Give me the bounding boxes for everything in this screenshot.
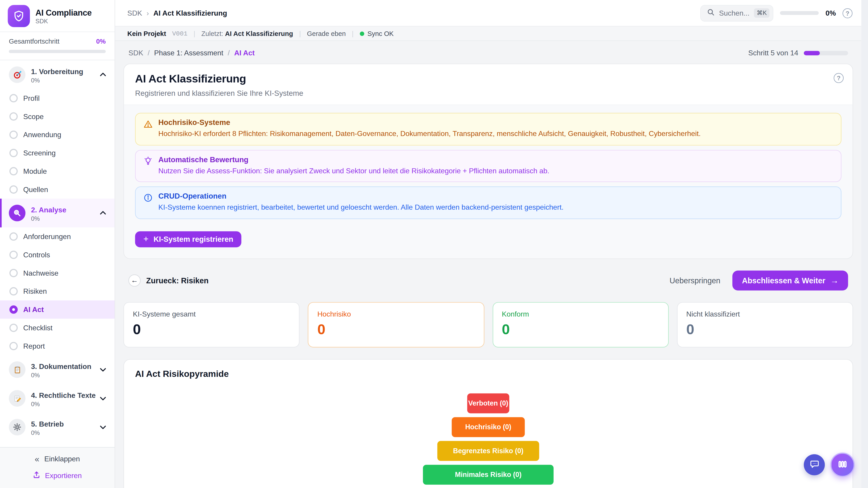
sidebar-item-risiken[interactable]: Risiken xyxy=(0,282,115,300)
sidebar-section-rechtliche-texte[interactable]: 4. Rechtliche Texte 0% xyxy=(0,384,115,413)
overall-progress-label: Gesamtfortschritt xyxy=(9,38,59,45)
section-title: 4. Rechtliche Texte xyxy=(31,391,96,399)
chat-bubble-icon xyxy=(809,459,819,471)
overall-progress-bar xyxy=(9,50,106,53)
crumb-sdk[interactable]: SDK xyxy=(128,49,143,57)
collapse-sidebar-button[interactable]: « Einklappen xyxy=(35,454,80,464)
plus-icon: + xyxy=(143,235,149,243)
radio-icon xyxy=(9,324,18,332)
stat-label: Hochrisiko xyxy=(317,310,475,318)
sidebar-item-quellen[interactable]: Quellen xyxy=(0,180,115,199)
sidebar-section-analyse[interactable]: 2. Analyse 0% xyxy=(0,199,115,227)
chat-fab-button[interactable] xyxy=(804,454,825,475)
page-breadcrumb: SDK / Phase 1: Assessment / AI Act xyxy=(128,49,255,57)
sidebar-section-vorbereitung[interactable]: 1. Vorbereitung 0% xyxy=(0,60,115,89)
chevron-down-icon xyxy=(99,366,107,373)
info-circle-icon xyxy=(143,192,153,213)
arrow-right-icon: → xyxy=(830,276,839,285)
sidebar-item-checklist[interactable]: Checklist xyxy=(0,319,115,337)
app-subtitle: SDK xyxy=(35,18,92,24)
breadcrumb-root[interactable]: SDK xyxy=(127,9,142,17)
sidebar-item-module[interactable]: Module xyxy=(0,162,115,181)
app-window: AI Compliance SDK Gesamtfortschritt 0% xyxy=(0,0,862,488)
pyramid-level-minimales-risiko: Minimales Risiko (0) xyxy=(423,464,554,484)
floating-action-buttons xyxy=(804,453,855,477)
panel-toggle-fab-button[interactable] xyxy=(830,453,855,477)
sidebar-item-scope[interactable]: Scope xyxy=(0,107,115,126)
stat-label: Nicht klassifiziert xyxy=(686,310,844,318)
hero-body: Hochrisiko-Systeme Hochrisiko-KI erforde… xyxy=(124,105,852,258)
register-ki-system-button[interactable]: + KI-System registrieren xyxy=(135,231,242,247)
chevron-up-icon xyxy=(99,71,107,78)
step-progress: Schritt 5 von 14 xyxy=(748,49,848,57)
radio-icon xyxy=(9,342,18,350)
sidebar-footer: « Einklappen Exportieren xyxy=(0,447,115,488)
last-step-value: AI Act Klassifizierung xyxy=(225,30,293,37)
search-input[interactable]: Suchen... ⌘K xyxy=(700,5,774,21)
sidebar-item-screening[interactable]: Screening xyxy=(0,144,115,162)
section-percent: 0% xyxy=(31,76,94,83)
sidebar-item-report[interactable]: Report xyxy=(0,337,115,355)
export-button[interactable]: Exportieren xyxy=(33,471,82,480)
search-icon xyxy=(707,8,715,18)
stat-ki-systeme-gesamt: KI-Systeme gesamt 0 xyxy=(123,302,300,347)
lightbulb-icon xyxy=(143,155,153,175)
help-icon[interactable]: ? xyxy=(842,8,852,18)
risk-pyramid-card: AI Act Risikopyramide Verboten (0) Hochr… xyxy=(123,359,853,488)
alert-title: Automatische Bewertung xyxy=(158,155,549,164)
search-placeholder: Suchen... xyxy=(719,9,749,17)
hero-header: AI Act Klassifizierung Registrieren und … xyxy=(124,64,852,105)
page-title: AI Act Klassifizierung xyxy=(135,72,842,85)
crumb-phase[interactable]: Phase 1: Assessment xyxy=(154,49,223,57)
alert-body: KI-Systeme koennen registriert, bearbeit… xyxy=(158,203,563,213)
chevron-up-icon xyxy=(99,209,107,217)
finish-next-button[interactable]: Abschliessen & Weiter → xyxy=(733,270,848,290)
sidebar-item-anforderungen[interactable]: Anforderungen xyxy=(0,228,115,246)
clipboard-icon xyxy=(9,361,25,378)
alert-title: Hochrisiko-Systeme xyxy=(158,119,701,127)
radio-icon xyxy=(9,269,18,277)
target-icon xyxy=(9,66,25,83)
alert-title: CRUD-Operationen xyxy=(158,192,563,200)
shield-check-logo-icon xyxy=(8,5,30,27)
radio-icon xyxy=(9,251,18,259)
page-content: SDK / Phase 1: Assessment / AI Act Schri… xyxy=(115,41,861,488)
upload-icon xyxy=(33,471,40,480)
stat-value: 0 xyxy=(133,321,290,338)
app-title: AI Compliance xyxy=(35,7,92,17)
back-button[interactable]: ← Zurueck: Risiken xyxy=(128,274,209,287)
sidebar-section-dokumentation[interactable]: 3. Dokumentation 0% xyxy=(0,355,115,384)
radio-icon xyxy=(9,185,18,194)
radio-selected-icon xyxy=(9,305,18,314)
stat-label: Konform xyxy=(502,310,659,318)
page-breadcrumb-row: SDK / Phase 1: Assessment / AI Act Schri… xyxy=(123,41,853,64)
section-title: 2. Analyse xyxy=(31,205,66,214)
sidebar-item-ai-act[interactable]: AI Act xyxy=(0,300,115,319)
brand-header: AI Compliance SDK xyxy=(0,0,115,32)
page-subtitle: Registrieren und klassifizieren Sie Ihre… xyxy=(135,89,842,97)
alert-body: Hochrisiko-KI erfordert 8 Pflichten: Ris… xyxy=(158,129,701,139)
sidebar-item-controls[interactable]: Controls xyxy=(0,246,115,264)
topbar: SDK › AI Act Klassifizierung Suchen... ⌘… xyxy=(115,0,861,27)
breadcrumb: SDK › AI Act Klassifizierung xyxy=(127,9,693,17)
card-help-icon[interactable]: ? xyxy=(834,73,844,83)
stat-value: 0 xyxy=(317,321,475,338)
sidebar-section-betrieb[interactable]: 5. Betrieb 0% xyxy=(0,413,115,442)
section-percent: 0% xyxy=(31,429,94,435)
stat-nicht-klassifiziert: Nicht klassifiziert 0 xyxy=(677,302,853,347)
project-name: Kein Projekt xyxy=(127,30,166,37)
radio-icon xyxy=(9,167,18,175)
pencil-icon xyxy=(9,390,25,407)
sidebar-item-anwendung[interactable]: Anwendung xyxy=(0,126,115,144)
sidebar-item-nachweise[interactable]: Nachweise xyxy=(0,264,115,282)
skip-button[interactable]: Ueberspringen xyxy=(670,276,720,285)
stat-value: 0 xyxy=(502,321,659,338)
sync-ok-dot-icon xyxy=(360,31,364,36)
step-label: Schritt 5 von 14 xyxy=(748,49,798,57)
stat-value: 0 xyxy=(686,321,844,338)
section-percent: 0% xyxy=(31,215,94,221)
radio-icon xyxy=(9,149,18,157)
section-percent: 0% xyxy=(31,400,94,407)
radio-icon xyxy=(9,232,18,241)
sidebar-item-profil[interactable]: Profil xyxy=(0,89,115,107)
